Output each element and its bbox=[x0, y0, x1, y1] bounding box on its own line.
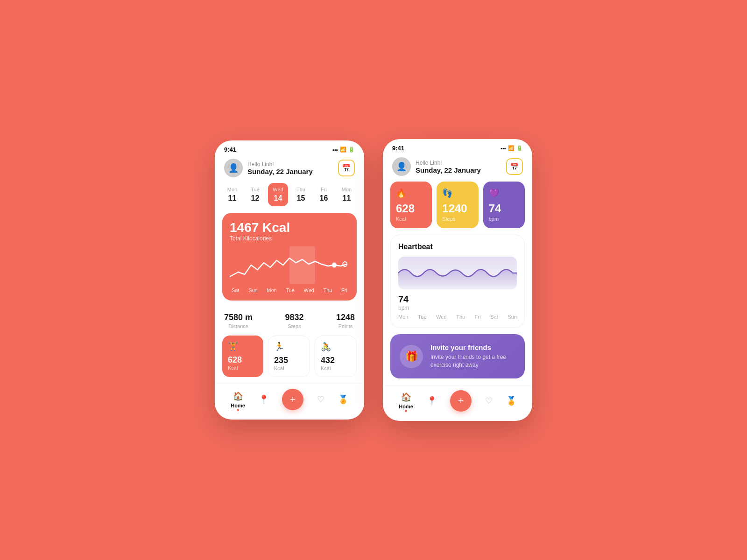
status-time-2: 9:41 bbox=[392, 145, 404, 152]
invite-desc: Invite your friends to get a free exerci… bbox=[430, 353, 515, 369]
signal-icon: ▪▪▪ bbox=[332, 147, 338, 153]
heart-icon: ♡ bbox=[317, 394, 324, 405]
steps-icon: 👣 bbox=[442, 188, 472, 198]
heartbeat-chart bbox=[398, 257, 517, 289]
bottom-nav-1: 🏠 Home 📍 + ♡ 🏅 bbox=[215, 384, 364, 412]
kcal-value: 1467 Kcal bbox=[230, 220, 349, 235]
date-1: Sunday, 22 January bbox=[247, 168, 313, 175]
nav-heart-1[interactable]: ♡ bbox=[317, 394, 324, 405]
nav-location-2[interactable]: 📍 bbox=[427, 396, 437, 406]
home-icon-2: 🏠 bbox=[401, 392, 411, 402]
location-icon: 📍 bbox=[259, 394, 269, 405]
kcal-card: 1467 Kcal Total Kilocalories Sat Sun Mon… bbox=[222, 213, 357, 301]
nav-home-2[interactable]: 🏠 Home bbox=[399, 392, 413, 409]
invite-card[interactable]: 🎁 Invite your friends Invite your friend… bbox=[390, 334, 525, 378]
day-mon[interactable]: Mon 11 bbox=[222, 183, 242, 206]
phone-2: 9:41 ▪▪▪ 📶 🔋 👤 Hello Linh! Sunday, 22 Ja… bbox=[383, 139, 532, 421]
svg-rect-0 bbox=[289, 246, 315, 284]
wifi-icon-2: 📶 bbox=[508, 145, 514, 151]
calendar-button-1[interactable]: 📅 bbox=[338, 160, 355, 176]
stats-row: 7580 m Distance 9832 Steps 1248 Points bbox=[215, 308, 364, 336]
hb-unit: bpm bbox=[398, 305, 517, 311]
stats-grid: 🔥 628 Kcal 👣 1240 Steps 💜 74 bpm bbox=[383, 182, 532, 228]
stat-distance: 7580 m Distance bbox=[224, 313, 253, 329]
act-card-kcal2[interactable]: 🏃 235 Kcal bbox=[268, 336, 310, 377]
home-icon: 🏠 bbox=[233, 391, 243, 401]
invite-title: Invite your friends bbox=[430, 343, 515, 351]
home-label-1: Home bbox=[231, 403, 245, 408]
fab-button-1[interactable]: + bbox=[282, 389, 303, 410]
heartbeat-card: Heartbeat 74 bpm Mon Tue bbox=[390, 235, 525, 328]
fire-icon: 🔥 bbox=[396, 188, 426, 198]
kcal-label: Total Kilocalories bbox=[230, 235, 349, 242]
status-icons-1: ▪▪▪ 📶 🔋 bbox=[332, 147, 355, 153]
day-picker-1: Mon 11 Tue 12 Wed 14 Thu 15 Fri 16 Mon 1… bbox=[215, 183, 364, 206]
day-thu[interactable]: Thu 15 bbox=[291, 183, 311, 206]
greeting-2: Hello Linh! bbox=[416, 160, 481, 166]
invite-text: Invite your friends Invite your friends … bbox=[430, 343, 515, 369]
header-1: 👤 Hello Linh! Sunday, 22 January 📅 bbox=[215, 155, 364, 183]
day-wed[interactable]: Wed 14 bbox=[268, 183, 288, 206]
nav-trophy-2[interactable]: 🏅 bbox=[506, 396, 516, 406]
invite-icon-wrap: 🎁 bbox=[400, 345, 423, 368]
day-mon2[interactable]: Mon 11 bbox=[337, 183, 357, 206]
chart-days: Sat Sun Mon Tue Wed Thu Fri bbox=[230, 287, 349, 293]
act-card-kcal1[interactable]: 🏋 628 Kcal bbox=[222, 336, 263, 377]
svg-point-1 bbox=[332, 263, 336, 267]
avatar-1: 👤 bbox=[224, 159, 243, 177]
bottom-nav-2: 🏠 Home 📍 + ♡ 🏅 bbox=[383, 385, 532, 413]
battery-icon-2: 🔋 bbox=[516, 145, 523, 151]
avatar-2: 👤 bbox=[392, 157, 411, 176]
phone-1: 9:41 ▪▪▪ 📶 🔋 👤 Hello Linh! Sunday, 22 Ja… bbox=[215, 140, 364, 420]
nav-location-1[interactable]: 📍 bbox=[259, 394, 269, 405]
dumbbell-icon: 🏋 bbox=[228, 341, 238, 351]
stat-card-steps[interactable]: 👣 1240 Steps bbox=[437, 182, 478, 228]
phones-container: 9:41 ▪▪▪ 📶 🔋 👤 Hello Linh! Sunday, 22 Ja… bbox=[196, 120, 551, 440]
day-tue[interactable]: Tue 12 bbox=[245, 183, 265, 206]
fab-button-2[interactable]: + bbox=[450, 390, 472, 412]
stat-points: 1248 Points bbox=[336, 313, 355, 329]
nav-trophy-1[interactable]: 🏅 bbox=[338, 394, 348, 405]
trophy-icon: 🏅 bbox=[338, 394, 348, 405]
home-label-2: Home bbox=[399, 404, 413, 409]
hb-days: Mon Tue Wed Thu Fri Sat Sun bbox=[398, 314, 517, 320]
hb-value: 74 bbox=[398, 294, 517, 305]
header-2: 👤 Hello Linh! Sunday, 22 January 📅 bbox=[383, 154, 532, 182]
stat-card-kcal[interactable]: 🔥 628 Kcal bbox=[390, 182, 432, 228]
calendar-button-2[interactable]: 📅 bbox=[506, 158, 523, 175]
nav-heart-2[interactable]: ♡ bbox=[485, 396, 493, 406]
header-text-2: Hello Linh! Sunday, 22 January bbox=[416, 160, 481, 174]
kcal-chart bbox=[230, 246, 349, 284]
gift-icon: 🎁 bbox=[405, 350, 418, 363]
heart-pulse-icon: 💜 bbox=[489, 188, 519, 198]
stat-steps: 9832 Steps bbox=[285, 313, 303, 329]
header-text-1: Hello Linh! Sunday, 22 January bbox=[247, 161, 313, 175]
date-2: Sunday, 22 January bbox=[416, 166, 481, 174]
signal-icon-2: ▪▪▪ bbox=[500, 146, 506, 151]
day-fri[interactable]: Fri 16 bbox=[314, 183, 334, 206]
stat-card-bpm[interactable]: 💜 74 bpm bbox=[483, 182, 525, 228]
nav-home-1[interactable]: 🏠 Home bbox=[231, 391, 245, 408]
greeting-1: Hello Linh! bbox=[247, 161, 313, 168]
act-card-kcal3[interactable]: 🚴 432 Kcal bbox=[315, 336, 357, 377]
heartbeat-title: Heartbeat bbox=[398, 243, 517, 251]
wifi-icon: 📶 bbox=[340, 147, 346, 153]
status-icons-2: ▪▪▪ 📶 🔋 bbox=[500, 145, 523, 151]
bike-icon: 🚴 bbox=[321, 342, 331, 352]
heart-icon-2: ♡ bbox=[485, 396, 493, 406]
status-time-1: 9:41 bbox=[224, 146, 236, 153]
status-bar-1: 9:41 ▪▪▪ 📶 🔋 bbox=[215, 140, 364, 155]
location-icon-2: 📍 bbox=[427, 396, 437, 406]
status-bar-2: 9:41 ▪▪▪ 📶 🔋 bbox=[383, 139, 532, 154]
trophy-icon-2: 🏅 bbox=[506, 396, 516, 406]
activity-cards: 🏋 628 Kcal 🏃 235 Kcal 🚴 432 Kcal bbox=[215, 336, 364, 377]
battery-icon: 🔋 bbox=[348, 147, 355, 153]
run-icon: 🏃 bbox=[274, 342, 284, 352]
